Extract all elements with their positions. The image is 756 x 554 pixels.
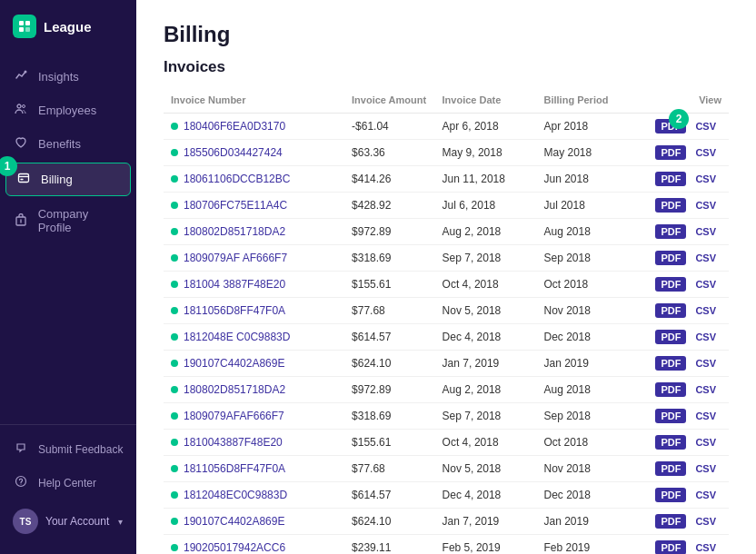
help-center-button[interactable]: Help Center <box>0 466 136 500</box>
pdf-button[interactable]: PDF <box>655 303 686 318</box>
csv-button[interactable]: CSV <box>690 435 721 450</box>
table-row: 180406F6EA0D3170 -$61.04 Apr 6, 2018 Apr… <box>164 114 729 140</box>
invoice-number-cell: 1810043887F48E20 <box>164 430 344 456</box>
pdf-button[interactable]: PDF <box>655 277 686 292</box>
sidebar-item-benefits[interactable]: Benefits <box>0 127 136 161</box>
table-row: 181004 3887F48E20 $155.61 Oct 4, 2018 Oc… <box>164 272 729 298</box>
invoice-actions-cell: PDF CSV <box>638 482 729 509</box>
invoice-date-cell: Sep 7, 2018 <box>435 245 537 272</box>
invoice-period-cell: Jul 2018 <box>537 193 639 219</box>
user-account-button[interactable]: TS Your Account ▾ <box>0 500 136 543</box>
csv-button[interactable]: CSV <box>690 382 721 397</box>
table-row: 1811056D8FF47F0A $77.68 Nov 5, 2018 Nov … <box>164 298 729 324</box>
invoice-number-cell: 1811056D8FF47F0A <box>164 298 344 324</box>
invoice-date-cell: Jul 6, 2018 <box>435 193 537 219</box>
invoice-amount-cell: $428.92 <box>344 193 435 219</box>
page-title: Billing <box>164 22 729 47</box>
pdf-button[interactable]: PDF <box>655 488 686 502</box>
invoice-actions-cell: PDF CSV <box>638 324 729 351</box>
csv-button[interactable]: CSV <box>690 303 721 318</box>
billing-icon <box>15 172 32 187</box>
table-row: 1809079AF AF666F7 $318.69 Sep 7, 2018 Se… <box>164 245 729 272</box>
logo-text: League <box>44 19 92 35</box>
pdf-button[interactable]: PDF <box>655 145 686 160</box>
invoice-actions-cell: PDF CSV <box>638 219 729 245</box>
invoice-period-cell: Nov 2018 <box>537 298 639 324</box>
invoice-period-cell: Sep 2018 <box>537 403 639 430</box>
csv-button[interactable]: CSV <box>690 356 721 371</box>
csv-button[interactable]: CSV <box>690 198 721 213</box>
invoice-number-cell: 190107C4402A869E <box>164 509 344 535</box>
svg-point-6 <box>23 105 25 108</box>
invoice-actions-cell: PDF CSV <box>638 535 729 555</box>
csv-button[interactable]: CSV <box>690 514 721 529</box>
csv-button[interactable]: CSV <box>690 119 721 134</box>
csv-button[interactable]: CSV <box>690 172 721 186</box>
invoice-amount-cell: $624.10 <box>344 509 435 535</box>
csv-button[interactable]: CSV <box>690 540 721 554</box>
help-icon <box>13 475 29 490</box>
benefits-icon <box>13 136 29 152</box>
status-dot <box>171 491 178 499</box>
csv-button[interactable]: CSV <box>690 330 721 344</box>
invoice-number-cell: 185506D034427424 <box>164 140 344 166</box>
invoice-date-cell: Oct 4, 2018 <box>435 272 537 298</box>
table-row: 180706FC75E11A4C $428.92 Jul 6, 2018 Jul… <box>164 193 729 219</box>
invoice-number-cell: 190107C4402A869E <box>164 351 344 377</box>
pdf-button[interactable]: PDF <box>655 461 686 476</box>
pdf-button[interactable]: PDF <box>655 435 686 450</box>
invoice-date-cell: Nov 5, 2018 <box>435 298 537 324</box>
company-icon <box>13 213 29 229</box>
sidebar-item-billing[interactable]: 1 Billing <box>5 163 131 196</box>
invoice-period-cell: Sep 2018 <box>537 245 639 272</box>
csv-button[interactable]: CSV <box>690 251 721 265</box>
invoice-number-cell: 180802D851718DA2 <box>164 377 344 403</box>
csv-button[interactable]: CSV <box>690 277 721 292</box>
invoice-number-cell: 1809079AFAF666F7 <box>164 403 344 430</box>
app-logo[interactable]: League <box>0 0 136 53</box>
table-row: 1809079AFAF666F7 $318.69 Sep 7, 2018 Sep… <box>164 403 729 430</box>
invoice-number: 190205017942ACC6 <box>184 541 285 554</box>
pdf-button[interactable]: PDF <box>655 224 686 239</box>
feedback-icon <box>13 441 29 457</box>
invoice-number: 18061106DCCB12BC <box>184 173 290 185</box>
invoice-amount-cell: $624.10 <box>344 351 435 377</box>
invoice-number-cell: 190205017942ACC6 <box>164 535 344 555</box>
logo-icon <box>13 15 36 38</box>
invoice-actions-cell: PDF CSV <box>638 403 729 430</box>
pdf-button[interactable]: PDF <box>655 172 686 186</box>
sidebar-item-company-profile[interactable]: Company Profile <box>0 198 136 243</box>
pdf-button[interactable]: PDF <box>655 382 686 397</box>
csv-button[interactable]: CSV <box>690 145 721 160</box>
invoice-number: 181004 3887F48E20 <box>184 278 285 291</box>
csv-button[interactable]: CSV <box>690 461 721 476</box>
invoice-number: 190107C4402A869E <box>184 515 284 528</box>
invoice-number-cell: 181004 3887F48E20 <box>164 272 344 298</box>
section-title: Invoices <box>164 58 729 76</box>
svg-rect-2 <box>19 27 24 32</box>
status-dot <box>171 254 178 262</box>
pdf-button[interactable]: PDF <box>655 356 686 371</box>
invoice-date-cell: Nov 5, 2018 <box>435 456 537 482</box>
status-dot <box>171 123 178 130</box>
invoice-period-cell: Jun 2018 <box>537 166 639 193</box>
csv-button[interactable]: CSV <box>690 224 721 239</box>
pdf-button[interactable]: PDF <box>655 409 686 423</box>
csv-button[interactable]: CSV <box>690 488 721 502</box>
sidebar-item-insights[interactable]: Insights <box>0 60 136 94</box>
invoice-amount-cell: $63.36 <box>344 140 435 166</box>
submit-feedback-button[interactable]: Submit Feedback <box>0 432 136 466</box>
pdf-button[interactable]: PDF <box>655 330 686 344</box>
pdf-button[interactable]: PDF <box>655 251 686 265</box>
insights-icon <box>13 69 29 84</box>
csv-button[interactable]: CSV <box>690 409 721 423</box>
pdf-button[interactable]: PDF <box>655 198 686 213</box>
invoice-date-cell: Feb 5, 2019 <box>435 535 537 555</box>
invoice-number-cell: 180406F6EA0D3170 <box>164 114 344 140</box>
status-dot <box>171 518 178 525</box>
pdf-button[interactable]: PDF <box>655 514 686 529</box>
main-content: Billing Invoices Invoice Number Invoice … <box>136 0 756 554</box>
svg-point-4 <box>25 71 27 74</box>
pdf-button[interactable]: PDF <box>655 540 686 554</box>
sidebar-item-employees[interactable]: Employees <box>0 94 136 127</box>
